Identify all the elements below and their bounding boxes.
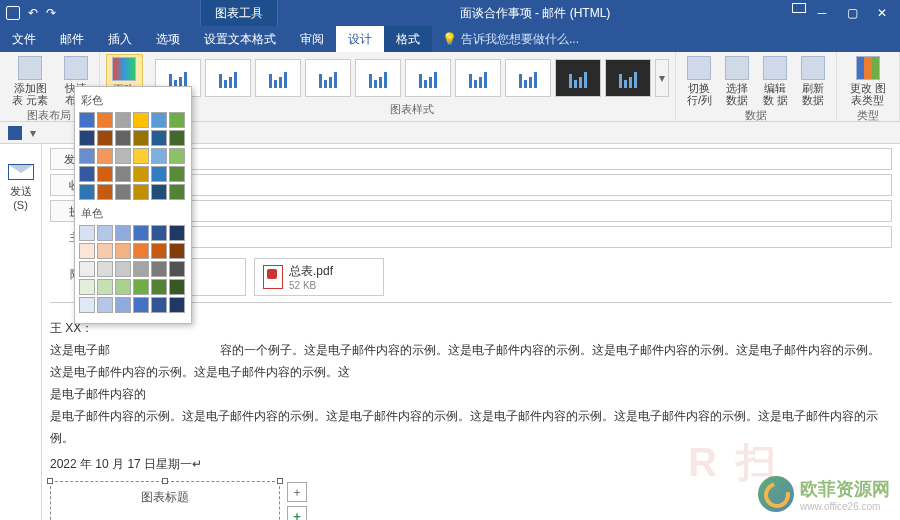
chart-plot-area[interactable]	[55, 512, 275, 520]
color-swatch[interactable]	[79, 279, 95, 295]
color-swatch[interactable]	[97, 166, 113, 182]
color-swatch[interactable]	[151, 166, 167, 182]
color-swatch[interactable]	[151, 261, 167, 277]
color-swatch[interactable]	[115, 130, 131, 146]
qat-more-icon[interactable]: ▾	[30, 126, 36, 140]
color-swatch[interactable]	[133, 112, 149, 128]
minimize-button[interactable]: ─	[808, 3, 836, 23]
color-swatch[interactable]	[151, 279, 167, 295]
select-data-button[interactable]: 选择数据	[721, 54, 754, 108]
color-swatch[interactable]	[169, 130, 185, 146]
send-button[interactable]: 发送 (S)	[10, 184, 32, 211]
chart-style-10[interactable]	[605, 59, 651, 97]
color-swatch[interactable]	[97, 261, 113, 277]
color-swatch[interactable]	[79, 130, 95, 146]
color-swatch[interactable]	[133, 279, 149, 295]
color-swatch[interactable]	[97, 279, 113, 295]
refresh-data-button[interactable]: 刷新数据	[797, 54, 830, 108]
color-swatch[interactable]	[169, 279, 185, 295]
chart-elements-button[interactable]: ＋	[287, 482, 307, 502]
gallery-more-button[interactable]: ▾	[655, 59, 669, 97]
color-swatch[interactable]	[169, 148, 185, 164]
color-swatch[interactable]	[169, 184, 185, 200]
color-swatch[interactable]	[79, 243, 95, 259]
color-swatch[interactable]	[115, 184, 131, 200]
color-swatch[interactable]	[151, 297, 167, 313]
color-swatch[interactable]	[151, 148, 167, 164]
chart-styles-button[interactable]: ＋	[287, 506, 307, 520]
color-swatch[interactable]	[133, 130, 149, 146]
chart-style-9[interactable]	[555, 59, 601, 97]
cc-input[interactable]	[116, 200, 892, 222]
maximize-button[interactable]: ▢	[838, 3, 866, 23]
tell-me[interactable]: 💡 告诉我您想要做什么...	[432, 26, 589, 52]
color-swatch[interactable]	[79, 225, 95, 241]
tab-insert[interactable]: 插入	[96, 26, 144, 52]
color-swatch[interactable]	[169, 261, 185, 277]
color-swatch[interactable]	[151, 243, 167, 259]
embedded-chart[interactable]: 图表标题 类别 1类别 2类别 3类别 4 系列 1系列 2系列 3 ＋ ＋ ✎…	[50, 481, 280, 520]
color-swatch[interactable]	[97, 243, 113, 259]
color-swatch[interactable]	[151, 130, 167, 146]
color-swatch[interactable]	[169, 166, 185, 182]
attachment-2[interactable]: 总表.pdf52 KB	[254, 258, 384, 296]
color-swatch[interactable]	[169, 112, 185, 128]
color-swatch[interactable]	[97, 297, 113, 313]
color-swatch[interactable]	[79, 297, 95, 313]
color-swatch[interactable]	[151, 225, 167, 241]
chart-style-gallery[interactable]: ▾	[155, 54, 669, 102]
color-swatch[interactable]	[97, 184, 113, 200]
color-swatch[interactable]	[169, 243, 185, 259]
color-swatch[interactable]	[97, 225, 113, 241]
undo-icon[interactable]: ↶	[28, 6, 38, 20]
color-swatch[interactable]	[115, 243, 131, 259]
edit-data-button[interactable]: 编辑数 据	[758, 54, 793, 108]
add-chart-element-button[interactable]: 添加图表 元素	[6, 54, 55, 108]
tab-design[interactable]: 设计	[336, 26, 384, 52]
subject-input[interactable]	[116, 226, 892, 248]
tab-format[interactable]: 格式	[384, 26, 432, 52]
tab-format-text[interactable]: 设置文本格式	[192, 26, 288, 52]
color-swatch[interactable]	[97, 130, 113, 146]
color-swatch[interactable]	[115, 225, 131, 241]
color-swatch[interactable]	[133, 225, 149, 241]
switch-row-col-button[interactable]: 切换行/列	[682, 54, 717, 108]
save-icon[interactable]	[6, 6, 20, 20]
color-swatch[interactable]	[133, 243, 149, 259]
color-swatch[interactable]	[151, 112, 167, 128]
color-swatch[interactable]	[169, 297, 185, 313]
change-chart-type-button[interactable]: 更改 图表类型	[843, 54, 893, 108]
color-swatch[interactable]	[79, 148, 95, 164]
color-swatch[interactable]	[79, 184, 95, 200]
color-swatch[interactable]	[133, 297, 149, 313]
color-swatch[interactable]	[133, 166, 149, 182]
chart-style-3[interactable]	[255, 59, 301, 97]
redo-icon[interactable]: ↷	[46, 6, 56, 20]
color-swatch[interactable]	[133, 148, 149, 164]
color-swatch[interactable]	[79, 261, 95, 277]
color-swatch[interactable]	[79, 112, 95, 128]
chart-style-6[interactable]	[405, 59, 451, 97]
to-input[interactable]: ook.com)	[116, 174, 892, 196]
chart-style-5[interactable]	[355, 59, 401, 97]
color-swatch[interactable]	[133, 261, 149, 277]
color-swatch[interactable]	[115, 261, 131, 277]
tab-review[interactable]: 审阅	[288, 26, 336, 52]
from-input[interactable]	[116, 148, 892, 170]
color-swatch[interactable]	[133, 184, 149, 200]
save-icon-2[interactable]	[8, 126, 22, 140]
chart-style-7[interactable]	[455, 59, 501, 97]
color-swatch[interactable]	[115, 297, 131, 313]
color-swatch[interactable]	[115, 166, 131, 182]
chart-style-8[interactable]	[505, 59, 551, 97]
chart-title[interactable]: 图表标题	[55, 486, 275, 508]
color-swatch[interactable]	[97, 112, 113, 128]
ribbon-options-icon[interactable]	[792, 3, 806, 13]
tab-file[interactable]: 文件	[0, 26, 48, 52]
tab-mail[interactable]: 邮件	[48, 26, 96, 52]
chart-style-2[interactable]	[205, 59, 251, 97]
tab-options[interactable]: 选项	[144, 26, 192, 52]
close-button[interactable]: ✕	[868, 3, 896, 23]
color-swatch[interactable]	[169, 225, 185, 241]
color-swatch[interactable]	[97, 148, 113, 164]
